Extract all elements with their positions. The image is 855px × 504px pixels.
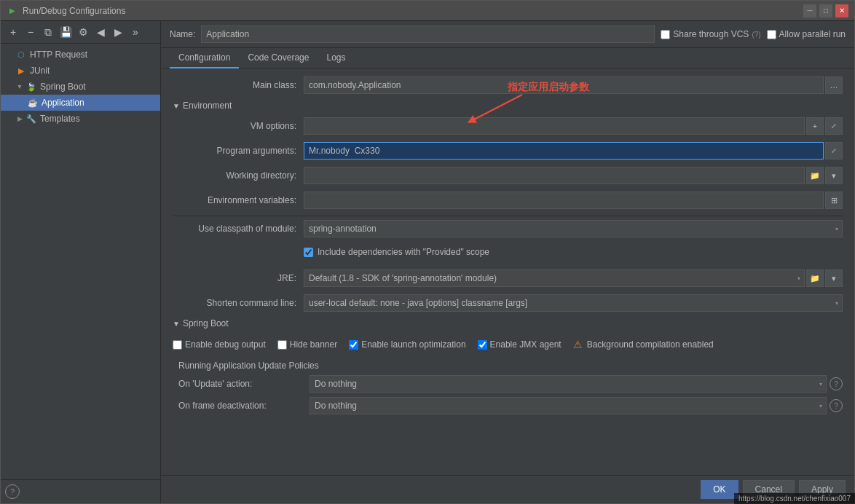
program-args-label: Program arguments: (173, 146, 304, 156)
env-vars-edit-button[interactable]: ⊞ (825, 192, 843, 209)
classpath-wrap: spring-annotation ▾ (304, 220, 843, 237)
shorten-cmd-select[interactable]: user-local default: none - java [options… (304, 294, 843, 312)
back-button[interactable]: ◀ (92, 24, 109, 40)
working-dir-row: Working directory: 📁 ▾ (173, 166, 843, 185)
working-dir-label: Working directory: (173, 170, 304, 181)
on-update-help-button[interactable]: ? (830, 377, 843, 390)
sidebar-item-label: JUnit (30, 66, 50, 76)
working-dir-browse-button[interactable]: 📁 (806, 167, 824, 184)
enable-debug-option: Enable debug output (173, 339, 266, 350)
spring-boot-expander[interactable]: ▼ (15, 82, 24, 91)
sidebar-item-http-request[interactable]: ⬡ HTTP Request (1, 47, 160, 63)
vm-options-add-button[interactable]: + (806, 117, 824, 135)
ok-button[interactable]: OK (701, 480, 738, 499)
program-args-input[interactable] (304, 142, 824, 160)
config-panel: Main class: … ▼ Environment VM options: (161, 68, 854, 475)
env-vars-row: Environment variables: ⊞ (173, 191, 843, 210)
allow-parallel-option: Allow parallel run (767, 29, 846, 39)
tab-logs[interactable]: Logs (318, 48, 354, 68)
enable-launch-checkbox[interactable] (349, 340, 358, 350)
forward-button[interactable]: ▶ (110, 24, 126, 40)
spring-boot-section: ▼ Spring Boot Enable debug output Hide b… (173, 318, 843, 414)
http-request-icon: ⬡ (15, 49, 27, 60)
save-config-button[interactable]: 💾 (58, 24, 74, 40)
jre-dropdown-button[interactable]: ▾ (825, 269, 843, 287)
templates-expander[interactable]: ▶ (15, 114, 24, 123)
jre-select[interactable]: Default (1.8 - SDK of 'spring-annotation… (304, 269, 805, 287)
classpath-select[interactable]: spring-annotation (304, 220, 843, 237)
add-config-button[interactable]: + (5, 24, 21, 40)
classpath-label: Use classpath of module: (173, 224, 304, 234)
enable-jmx-checkbox[interactable] (478, 340, 487, 350)
on-frame-row: On frame deactivation: Do nothing Update… (178, 397, 843, 414)
copy-config-button[interactable]: ⧉ (40, 24, 56, 40)
divider1 (173, 216, 843, 216)
working-dir-input[interactable] (304, 167, 805, 184)
enable-debug-checkbox[interactable] (173, 340, 182, 350)
settings-config-button[interactable]: ⚙ (75, 24, 91, 40)
share-vcs-label: Share through VCS (673, 29, 749, 39)
watermark: https://blog.csdn.net/chenfixiao007 (734, 493, 855, 504)
on-frame-select-wrap: Do nothing Update classes and resources … (310, 397, 843, 414)
spring-boot-icon: 🍃 (25, 81, 37, 92)
program-args-wrap: ⤢ (304, 142, 843, 160)
maximize-button[interactable]: □ (819, 4, 832, 17)
hide-banner-label: Hide banner (290, 339, 337, 350)
name-input[interactable] (201, 25, 655, 43)
sidebar-item-templates[interactable]: ▶ 🔧 Templates (1, 111, 160, 127)
background-compile-option: ⚠ Background compilation enabled (573, 339, 714, 350)
main-class-row: Main class: … (173, 76, 843, 95)
env-vars-input[interactable] (304, 192, 824, 209)
spring-boot-section-expander[interactable]: ▼ (173, 320, 180, 328)
vm-options-expand-button[interactable]: ⤢ (825, 117, 843, 135)
sidebar-item-application[interactable]: ☕ Application (1, 95, 160, 111)
allow-parallel-checkbox[interactable] (767, 30, 776, 39)
jre-browse-button[interactable]: 📁 (806, 269, 824, 287)
program-args-expand-button[interactable]: ⤢ (825, 142, 843, 160)
on-frame-help-button[interactable]: ? (830, 399, 843, 412)
main-class-browse-button[interactable]: … (825, 76, 843, 94)
tab-configuration[interactable]: Configuration (170, 48, 239, 68)
sidebar-application-label: Application (42, 98, 84, 108)
on-frame-select[interactable]: Do nothing Update classes and resources … (310, 397, 827, 414)
tab-code-coverage[interactable]: Code Coverage (239, 48, 318, 68)
on-update-label: On 'Update' action: (178, 379, 310, 389)
jre-wrap: Default (1.8 - SDK of 'spring-annotation… (304, 269, 843, 287)
share-vcs-checkbox[interactable] (661, 30, 670, 39)
tabs-bar: Configuration Code Coverage Logs (161, 48, 854, 68)
tab-code-coverage-label: Code Coverage (248, 52, 309, 63)
main-class-input[interactable] (304, 76, 824, 94)
vm-options-input[interactable] (304, 117, 805, 135)
include-deps-label: Include dependencies with "Provided" sco… (318, 247, 489, 257)
sidebar-item-junit[interactable]: ▶ JUnit (1, 63, 160, 79)
minimize-button[interactable]: ─ (803, 4, 816, 17)
sidebar-tree: ⬡ HTTP Request ▶ JUnit ▼ 🍃 Spring Boot ☕ (1, 44, 160, 479)
on-update-row: On 'Update' action: Do nothing Update cl… (178, 375, 843, 393)
hide-banner-option: Hide banner (277, 339, 337, 350)
help-button[interactable]: ? (5, 484, 20, 499)
environment-expander[interactable]: ▼ (173, 102, 180, 110)
on-update-select[interactable]: Do nothing Update classes and resources … (310, 375, 827, 393)
close-button[interactable]: ✕ (835, 4, 848, 17)
working-dir-dropdown-button[interactable]: ▾ (825, 167, 843, 184)
enable-launch-option: Enable launch optimization (349, 339, 465, 350)
background-compile-label: Background compilation enabled (587, 339, 714, 350)
right-panel: Name: Share through VCS (?) Allow parall… (161, 21, 854, 503)
on-frame-select-wrapper: Do nothing Update classes and resources … (310, 397, 827, 414)
spring-boot-options: Enable debug output Hide banner Enable l… (173, 334, 843, 355)
sidebar-item-spring-boot[interactable]: ▼ 🍃 Spring Boot (1, 79, 160, 95)
window-title: Run/Debug Configurations (23, 6, 803, 16)
junit-icon: ▶ (15, 65, 27, 76)
application-icon: ☕ (27, 97, 39, 109)
env-vars-wrap: ⊞ (304, 192, 843, 209)
policies-title: Running Application Update Policies (178, 361, 843, 371)
templates-icon: 🔧 (25, 113, 37, 125)
remove-config-button[interactable]: − (23, 24, 39, 40)
hide-banner-checkbox[interactable] (277, 340, 287, 350)
more-button[interactable]: » (127, 24, 143, 40)
env-vars-label: Environment variables: (173, 195, 304, 205)
window-controls: ─ □ ✕ (803, 4, 848, 17)
jre-select-wrapper: Default (1.8 - SDK of 'spring-annotation… (304, 269, 805, 287)
enable-debug-label: Enable debug output (185, 339, 266, 350)
include-deps-checkbox[interactable] (304, 248, 313, 257)
